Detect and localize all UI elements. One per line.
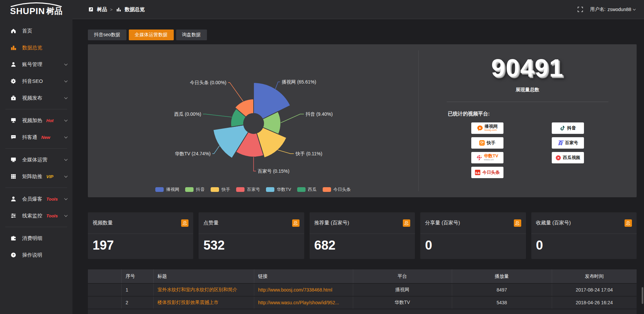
- col-header-5: 发布时间: [552, 269, 637, 283]
- col-header-4: 播放量: [452, 269, 552, 283]
- legend-item-1[interactable]: 抖音: [185, 187, 205, 193]
- legend-swatch: [185, 187, 194, 192]
- overview-panel: 播视网 (65.61%)抖音 (9.40%)快手 (0.11%)百家号 (0.1…: [88, 44, 637, 197]
- legend-swatch: [155, 187, 164, 192]
- stat-card-title: 分享量 (百家号): [425, 220, 460, 226]
- sidebar-item-screen[interactable]: 视频加热Hot: [0, 112, 72, 129]
- legend-item-3[interactable]: 百家号: [236, 187, 260, 193]
- user-menu[interactable]: 用户名: zswodun88: [590, 6, 635, 12]
- legend-item-2[interactable]: 快手: [211, 187, 230, 193]
- tab-label: 询盘数据: [182, 32, 201, 38]
- sidebar-item-grid[interactable]: 矩阵助推VIP: [0, 168, 72, 185]
- platform-badge-toutiao[interactable]: 头条今日头条: [471, 167, 503, 178]
- breadcrumb: 树品 > 数据总览: [88, 6, 145, 13]
- fullscreen-icon[interactable]: [577, 6, 583, 12]
- sidebar-item-sliders[interactable]: 线索监控Tools: [0, 207, 72, 224]
- col-header-1: 标题: [153, 269, 254, 283]
- sidebar: SHUPIN 树品 首页数据总览账号管理抖音SEO视频发布视频加热Hot抖客通N…: [0, 0, 72, 314]
- pie-slice-0[interactable]: [254, 83, 290, 119]
- logo-text-cn: 树品: [46, 6, 62, 16]
- grid-icon: [10, 173, 17, 180]
- select-all-header: [88, 269, 121, 283]
- stat-card-2: 推荐量 (百家号)总682: [310, 212, 415, 259]
- stat-card-value: 197: [88, 234, 193, 253]
- scrollbar-thumb[interactable]: [642, 287, 643, 304]
- chat-icon: [10, 134, 17, 141]
- stat-card-header: 收藏量 (百家号)总: [531, 212, 637, 234]
- sidebar-item-user[interactable]: 账号管理: [0, 56, 72, 73]
- pie-label: 抖音 (9.40%): [306, 111, 333, 117]
- legend-item-6[interactable]: 今日头条: [323, 187, 351, 193]
- sidebar-item-label: 视频加热: [22, 117, 42, 124]
- chevron-down-icon: [64, 158, 68, 161]
- videos-table: 序号标题链接平台播放量发布时间 1室外水纹灯和室内水纹灯的区别和简介http:/…: [88, 269, 637, 314]
- table-header-row: 序号标题链接平台播放量发布时间: [88, 269, 637, 283]
- legend-swatch: [236, 187, 245, 192]
- sidebar-item-label: 消费明细: [22, 235, 42, 242]
- sidebar-item-badge: VIP: [46, 174, 53, 179]
- wallet-icon: [10, 235, 17, 242]
- chevron-down-icon: [64, 197, 68, 200]
- legend-label: 快手: [221, 187, 230, 193]
- pie-legend: 播视网抖音快手百家号华数TV西瓜今日头条: [88, 187, 418, 193]
- total-badge[interactable]: 总: [625, 219, 632, 227]
- legend-item-0[interactable]: 播视网: [155, 187, 179, 193]
- stat-cards-row: 视频数量总197点赞量总532推荐量 (百家号)总682分享量 (百家号)总0收…: [88, 212, 637, 259]
- stat-card-1: 点赞量总532: [199, 212, 304, 259]
- chevron-down-icon: [64, 62, 68, 66]
- sidebar-item-label: 矩阵助推: [22, 173, 42, 180]
- tab-2[interactable]: 询盘数据: [176, 30, 207, 40]
- total-badge[interactable]: 总: [181, 219, 189, 227]
- platform-badge-boosj[interactable]: 播视网boosj.com: [471, 122, 503, 134]
- wasu-logo-icon: [476, 155, 482, 161]
- tab-0[interactable]: 抖音seo数据: [88, 30, 126, 40]
- row-platform: 华数TV: [353, 296, 452, 309]
- platform-badge-xigua[interactable]: 西瓜视频: [552, 152, 584, 163]
- breadcrumb-chart-icon: [116, 6, 122, 12]
- sidebar-item-wallet[interactable]: 消费明细: [0, 230, 72, 247]
- row-url-link[interactable]: http://www.boosj.com/7338468.html: [254, 283, 353, 296]
- platform-badge-kuaishou[interactable]: 快手: [471, 137, 503, 149]
- legend-label: 西瓜: [308, 187, 317, 193]
- sidebar-item-monitor[interactable]: 全媒体运营: [0, 151, 72, 168]
- sidebar-divider: [5, 109, 67, 109]
- kuaishou-logo-icon: [479, 140, 485, 146]
- question-icon: ?: [10, 252, 17, 258]
- platform-badge-wasu[interactable]: 华数TVwasu.cn: [471, 152, 503, 163]
- monitor-icon: [10, 156, 17, 163]
- platform-subtext: boosj.com: [485, 128, 498, 132]
- video-icon: [10, 95, 17, 101]
- app-logo[interactable]: SHUPIN 树品: [0, 0, 72, 19]
- legend-item-5[interactable]: 西瓜: [297, 187, 317, 193]
- legend-swatch: [323, 187, 331, 192]
- sidebar-item-label: 全媒体运营: [22, 157, 47, 163]
- legend-item-4[interactable]: 华数TV: [266, 187, 291, 193]
- sidebar-item-chat[interactable]: 抖客通New: [0, 129, 72, 146]
- legend-label: 华数TV: [277, 187, 291, 193]
- row-title-link[interactable]: 室外水纹灯和室内水纹灯的区别和简介: [153, 283, 254, 296]
- row-title-link[interactable]: 楼体投影灯投影效果震撼上市: [153, 296, 254, 309]
- col-header-0: 序号: [121, 269, 153, 283]
- sidebar-item-label: 线索监控: [22, 213, 42, 219]
- logo-text-en: SHUPIN: [10, 6, 45, 16]
- pie-label-line: [281, 114, 304, 123]
- total-badge[interactable]: 总: [403, 219, 410, 227]
- sidebar-item-label: 会员爆客: [22, 196, 42, 202]
- sidebar-item-gear[interactable]: 抖音SEO: [0, 73, 72, 90]
- platform-badge-baijiahao[interactable]: 百百家号: [552, 137, 584, 149]
- pie-label-line: [228, 83, 243, 101]
- sidebar-item-question[interactable]: ?操作说明: [0, 247, 72, 263]
- col-header-3: 平台: [353, 269, 452, 283]
- total-badge[interactable]: 总: [514, 219, 521, 227]
- platform-badge-douyin[interactable]: 抖音: [552, 122, 584, 134]
- platform-name: 今日头条: [482, 169, 500, 175]
- breadcrumb-item-home[interactable]: 树品: [97, 6, 107, 13]
- sidebar-item-video[interactable]: 视频发布: [0, 90, 72, 106]
- stat-card-header: 点赞量总: [199, 212, 304, 234]
- sidebar-item-home[interactable]: 首页: [0, 22, 72, 39]
- row-url-link[interactable]: http://www.wasu.cn/Play/show/id/952...: [254, 296, 353, 309]
- sidebar-item-bars[interactable]: 数据总览: [0, 39, 72, 56]
- sidebar-item-person[interactable]: 会员爆客Tools: [0, 191, 72, 207]
- total-badge[interactable]: 总: [292, 219, 300, 227]
- tab-1[interactable]: 全媒体运营数据: [129, 30, 174, 40]
